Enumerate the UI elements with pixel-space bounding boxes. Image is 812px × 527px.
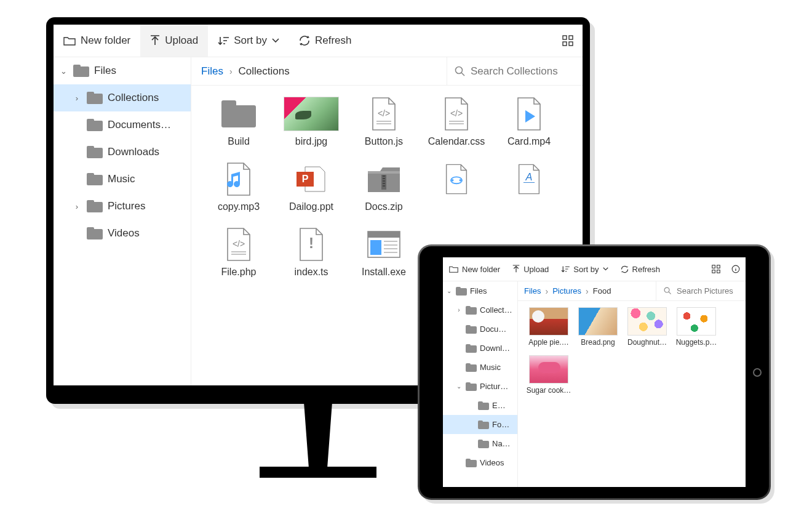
refresh-icon xyxy=(621,265,629,273)
file-item-image[interactable]: Apple pie.… xyxy=(524,307,573,347)
tree-item-label: Videos xyxy=(108,227,140,239)
tree-item-pictures[interactable]: › Pictures xyxy=(54,193,191,220)
tree-root-label: Files xyxy=(94,65,116,77)
view-grid-button[interactable] xyxy=(706,257,726,281)
chevron-down-icon xyxy=(272,38,279,43)
upload-button[interactable]: Upload xyxy=(506,257,555,281)
sort-icon xyxy=(561,265,570,273)
breadcrumb: Files › Collections xyxy=(191,65,300,78)
image-thumbnail xyxy=(627,307,667,336)
file-item-code[interactable]: </> Calendar.css xyxy=(420,97,493,147)
tree-item[interactable]: Downl… xyxy=(443,339,517,358)
monitor-stand xyxy=(260,404,376,478)
json-file-icon xyxy=(444,162,469,196)
file-label: Docs.zip xyxy=(365,201,402,212)
folder-tree: ⌄ Files ›Collect… Docu… Downl… Music ⌄Pi… xyxy=(443,281,518,487)
tree-root[interactable]: ⌄ Files xyxy=(443,281,517,300)
tree-item-videos[interactable]: Videos xyxy=(54,220,191,247)
file-item-image[interactable]: Doughnut… xyxy=(623,307,672,347)
new-folder-button[interactable]: New folder xyxy=(54,25,140,57)
tree-item-documents[interactable]: Documents… xyxy=(54,111,191,139)
breadcrumb-current: Collections xyxy=(239,65,290,78)
upload-label: Upload xyxy=(523,265,549,274)
ppt-file-icon: P xyxy=(295,163,327,195)
search-box[interactable] xyxy=(447,57,583,85)
upload-icon xyxy=(150,35,160,46)
file-label: Card.mp4 xyxy=(507,136,551,147)
file-item-image[interactable]: Nuggets.p… xyxy=(672,307,721,347)
tree-item[interactable]: Na… xyxy=(443,434,517,453)
tree-item-pictures[interactable]: ⌄Pictur… xyxy=(443,377,517,396)
tree-item[interactable]: Docu… xyxy=(443,320,517,339)
folder-tree: ⌄ Files › Collections Documents… xyxy=(54,57,191,385)
folder-icon xyxy=(87,173,103,185)
svg-text:</>: </> xyxy=(450,108,463,118)
svg-text:!: ! xyxy=(309,235,314,251)
sort-by-button[interactable]: Sort by xyxy=(555,257,614,281)
tree-root[interactable]: ⌄ Files xyxy=(54,57,191,84)
tree-item[interactable]: Music xyxy=(443,358,517,377)
chevron-right-icon: › xyxy=(455,307,463,313)
file-item-image[interactable]: Sugar cook… xyxy=(524,355,573,395)
audio-file-icon xyxy=(225,162,252,196)
tree-item-food[interactable]: Fo… xyxy=(443,415,517,434)
sort-by-label: Sort by xyxy=(234,34,267,47)
toolbar: New folder Upload Sort by Refresh xyxy=(54,25,583,57)
sort-by-button[interactable]: Sort by xyxy=(208,25,289,57)
docx-file-icon: A xyxy=(517,162,541,196)
new-folder-button[interactable]: New folder xyxy=(443,257,506,281)
tree-item-downloads[interactable]: Downloads xyxy=(54,139,191,166)
file-item-clipped[interactable]: x xyxy=(420,162,493,212)
tree-item[interactable]: ›Collect… xyxy=(443,300,517,320)
tree-item-label: Collect… xyxy=(480,305,512,315)
svg-text:</>: </> xyxy=(233,239,245,249)
file-item-code[interactable]: </> Button.js xyxy=(348,97,420,147)
tree-item-label: Collections xyxy=(108,92,159,104)
view-grid-button[interactable] xyxy=(553,25,583,57)
file-label: copy.mp3 xyxy=(218,201,260,212)
file-item-image[interactable]: Bread.png xyxy=(573,307,623,347)
file-item-code[interactable]: </> File.php xyxy=(202,227,275,278)
svg-rect-9 xyxy=(381,175,386,190)
exe-file-icon xyxy=(367,230,401,259)
search-icon xyxy=(664,287,672,295)
tree-item[interactable]: E… xyxy=(443,396,517,415)
file-item-ppt[interactable]: P Dailog.ppt xyxy=(275,162,348,212)
file-item-ts[interactable]: ! index.ts xyxy=(275,227,348,278)
sort-icon xyxy=(218,36,229,46)
upload-button[interactable]: Upload xyxy=(140,25,208,57)
tree-item-label: Documents… xyxy=(108,119,171,131)
chevron-right-icon: › xyxy=(229,66,233,76)
refresh-button[interactable]: Refresh xyxy=(289,25,362,57)
search-box[interactable] xyxy=(656,281,746,300)
breadcrumb-pictures[interactable]: Pictures xyxy=(552,286,581,296)
file-item-zip[interactable]: Docs.zip xyxy=(348,162,420,212)
file-item-audio[interactable]: copy.mp3 xyxy=(202,162,275,212)
tree-item-videos[interactable]: Videos xyxy=(443,453,517,472)
file-item-video[interactable]: Card.mp4 xyxy=(493,97,565,147)
file-label: File.php xyxy=(221,267,257,278)
image-thumbnail xyxy=(284,97,339,131)
file-item-exe[interactable]: Install.exe xyxy=(348,227,420,278)
svg-text:</>: </> xyxy=(378,108,390,118)
grid-icon xyxy=(562,35,573,46)
breadcrumb-root[interactable]: Files xyxy=(524,286,541,296)
zip-file-icon xyxy=(367,165,401,193)
file-item-image[interactable]: bird.jpg xyxy=(275,97,348,147)
tree-item-collections[interactable]: › Collections xyxy=(54,84,191,111)
home-button[interactable] xyxy=(753,368,762,377)
folder-icon xyxy=(87,119,103,131)
info-button[interactable] xyxy=(726,257,746,281)
file-item-folder[interactable]: Build xyxy=(202,97,275,147)
refresh-button[interactable]: Refresh xyxy=(615,257,667,281)
search-input[interactable] xyxy=(677,286,738,296)
folder-icon xyxy=(87,200,103,212)
refresh-label: Refresh xyxy=(632,265,661,274)
file-item-clipped[interactable]: A x xyxy=(493,162,565,212)
tree-item-music[interactable]: Music xyxy=(54,166,191,193)
search-input[interactable] xyxy=(471,65,575,78)
breadcrumb-root[interactable]: Files xyxy=(201,65,223,78)
folder-icon xyxy=(466,382,477,391)
image-thumbnail xyxy=(578,307,618,336)
tablet-app: New folder Upload Sort by Refresh xyxy=(443,257,746,487)
